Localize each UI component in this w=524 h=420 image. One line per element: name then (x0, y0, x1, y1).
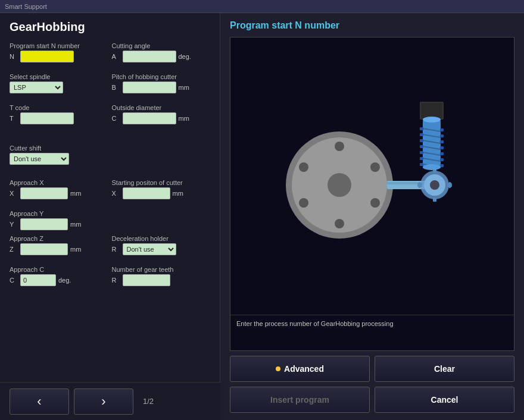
insert-program-label: Insert program (270, 395, 329, 405)
field-program-start-n: Program start N number N (10, 42, 108, 62)
prefix-sx: X (112, 190, 120, 197)
label-outside-diameter: Outside diameter (112, 104, 211, 111)
field-starting-position: Starting positon of cutter X mm (112, 179, 211, 199)
svg-rect-35 (420, 139, 423, 142)
svg-rect-38 (420, 157, 423, 160)
svg-point-7 (370, 162, 380, 172)
input-program-start-n[interactable] (20, 51, 74, 62)
advanced-label: Advanced (284, 364, 324, 374)
svg-point-3 (335, 142, 344, 151)
field-approach-z: Approach Z Z mm (10, 235, 108, 255)
field-cutter-shift: Cutter shift Don't use Use (10, 145, 210, 165)
svg-rect-15 (433, 198, 436, 202)
input-approach-z[interactable] (20, 243, 68, 255)
input-approach-x[interactable] (20, 187, 68, 199)
input-t-code[interactable] (20, 112, 74, 124)
svg-point-5 (299, 162, 308, 172)
svg-point-9 (328, 173, 351, 197)
field-pitch-hobbing: Pitch of hobbing cutter B mm (112, 73, 211, 93)
prefix-r2: R (112, 277, 120, 284)
prev-button[interactable]: ‹ (10, 388, 69, 415)
prefix-t: T (10, 115, 18, 122)
suffix-ax: mm (70, 190, 81, 197)
field-gear-teeth: Number of gear teeth R (112, 266, 211, 286)
suffix-pitch: mm (179, 84, 189, 91)
suffix-az: mm (70, 246, 81, 253)
label-select-spindle: Select spindle (10, 73, 108, 80)
right-panel: Program start N number (220, 13, 524, 420)
prefix-z: Z (10, 246, 18, 253)
svg-rect-45 (440, 158, 444, 161)
advanced-button[interactable]: Advanced (230, 356, 370, 382)
prefix-n: N (10, 53, 18, 60)
app-title: GearHobbing (10, 20, 210, 34)
label-program-start-n: Program start N number (10, 42, 108, 49)
svg-rect-37 (420, 151, 423, 154)
label-starting-position: Starting positon of cutter (112, 179, 211, 186)
cancel-button[interactable]: Cancel (375, 387, 514, 413)
prefix-a: A (112, 53, 120, 60)
suffix-diam: mm (179, 115, 189, 122)
field-approach-c: Approach C C deg. (10, 266, 108, 286)
svg-rect-39 (420, 163, 423, 166)
input-outside-diameter[interactable] (123, 112, 176, 124)
suffix-c: deg. (58, 277, 71, 284)
advanced-dot (276, 366, 280, 371)
suffix-ay: mm (70, 221, 81, 228)
label-cutter-shift: Cutter shift (10, 145, 210, 152)
select-cutter-shift[interactable]: Don't use Use (10, 153, 69, 165)
field-approach-x: Approach X X mm (10, 179, 108, 199)
svg-rect-43 (440, 146, 444, 149)
field-approach-y: Approach Y Y mm (10, 210, 210, 230)
insert-program-button[interactable]: Insert program (230, 387, 370, 413)
input-starting-position[interactable] (123, 187, 170, 199)
next-button[interactable]: › (74, 388, 133, 415)
input-cutting-angle[interactable] (123, 51, 176, 62)
prefix-c-diam: C (112, 115, 120, 122)
info-text: Enter the process number of GearHobbing … (236, 320, 394, 327)
prefix-b: B (112, 84, 120, 91)
svg-rect-42 (440, 140, 444, 143)
prefix-c: C (10, 277, 18, 284)
svg-rect-34 (420, 133, 423, 136)
svg-point-6 (299, 198, 308, 208)
prefix-x: X (10, 190, 18, 197)
input-approach-y[interactable] (20, 218, 68, 230)
gear-visual (230, 37, 514, 315)
label-approach-y: Approach Y (10, 210, 210, 217)
svg-point-4 (335, 219, 344, 228)
svg-point-8 (370, 198, 380, 208)
gear-visual-svg (259, 93, 485, 259)
svg-point-48 (423, 117, 441, 123)
svg-rect-36 (420, 145, 423, 148)
input-gear-teeth[interactable] (123, 274, 170, 286)
label-t-code: T code (10, 104, 108, 111)
label-approach-c: Approach C (10, 266, 108, 273)
cancel-label: Cancel (431, 395, 458, 405)
title-bar: Smart Support (0, 0, 524, 13)
suffix-sp: mm (173, 190, 183, 197)
section-title: Program start N number (230, 20, 514, 31)
field-cutting-angle: Cutting angle A deg. (112, 42, 211, 62)
info-box: Enter the process number of GearHobbing … (230, 315, 514, 350)
svg-rect-44 (440, 152, 444, 155)
svg-rect-24 (421, 103, 442, 118)
input-approach-c[interactable] (20, 274, 56, 286)
select-deceleration-holder[interactable]: Don't use Use (123, 243, 176, 255)
svg-rect-41 (440, 134, 444, 137)
select-spindle[interactable]: LSP LSS (10, 82, 63, 93)
label-pitch-hobbing: Pitch of hobbing cutter (112, 73, 211, 80)
field-outside-diameter: Outside diameter C mm (112, 104, 211, 124)
suffix-cutting-angle: deg. (179, 53, 191, 60)
label-cutting-angle: Cutting angle (112, 42, 211, 49)
title-bar-label: Smart Support (5, 3, 47, 10)
label-gear-teeth: Number of gear teeth (112, 266, 211, 273)
visual-box: Enter the process number of GearHobbing … (230, 37, 514, 351)
field-select-spindle: Select spindle LSP LSS (10, 73, 108, 93)
label-approach-x: Approach X (10, 179, 108, 186)
label-approach-z: Approach Z (10, 235, 108, 242)
clear-label: Clear (434, 364, 455, 374)
input-pitch-hobbing[interactable] (123, 82, 176, 93)
prefix-r: R (112, 246, 120, 253)
clear-button[interactable]: Clear (375, 356, 514, 382)
